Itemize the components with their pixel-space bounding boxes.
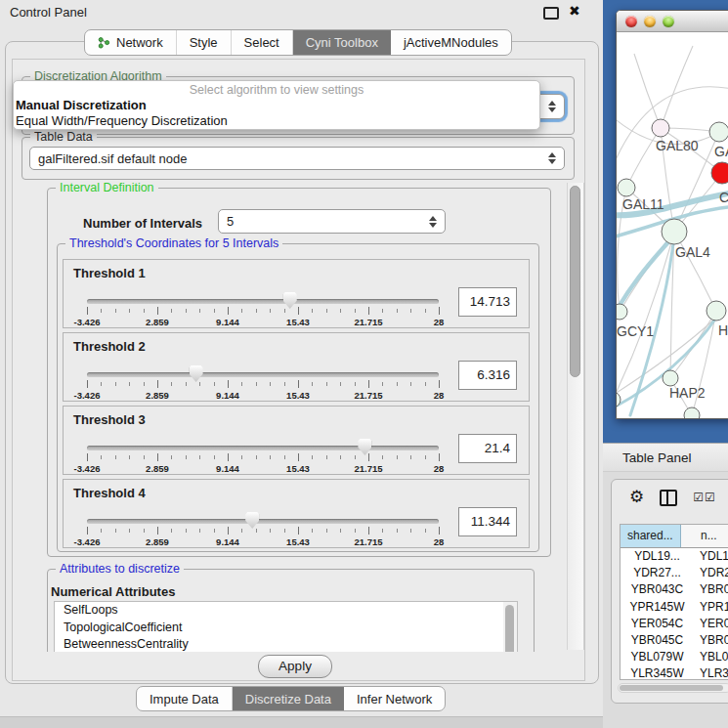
table-row[interactable]: YLR345WYLR3 (621, 665, 728, 680)
settings-scrollbar[interactable] (567, 183, 584, 650)
number-of-intervals-combobox[interactable]: 5 (218, 209, 446, 234)
table-row[interactable]: YDR27...YDR2 (621, 565, 728, 581)
float-window-icon[interactable] (543, 7, 559, 20)
tick-mark (397, 529, 398, 533)
table-data-combobox[interactable]: galFiltered.sif default node (29, 147, 565, 170)
tab-infer-network[interactable]: Infer Network (344, 687, 445, 710)
threshold-4-slider[interactable]: -3.4262.8599.14415.4321.71528 (87, 512, 439, 549)
table-horizontal-scrollbar[interactable] (618, 683, 728, 693)
tick-mark (284, 455, 285, 459)
network-node-gal4[interactable] (662, 219, 687, 244)
tab-jactivemnodules[interactable]: jActiveMNodules (391, 30, 511, 55)
slider-tick-labels: -3.4262.8599.14415.4321.71528 (87, 463, 439, 475)
tick-mark (256, 455, 257, 459)
algorithm-placeholder-item[interactable]: Select algorithm to view settings (14, 83, 539, 98)
network-node-hap2[interactable] (663, 370, 678, 386)
table-row[interactable]: YBR043CYBR0 (621, 581, 728, 598)
tick-label: 2.859 (146, 463, 169, 474)
table-row[interactable]: YBR045CYBR0 (621, 632, 728, 649)
algorithm-item-equal-width-frequency-discretization[interactable]: Equal Width/Frequency Discretization (14, 113, 539, 129)
threshold-4-value-field[interactable]: 11.344 (458, 507, 517, 536)
tick-mark (87, 453, 88, 461)
close-panel-icon[interactable]: ✖ (569, 3, 580, 19)
tick-label: 28 (434, 390, 445, 401)
network-node-label: GAL4 (675, 244, 710, 260)
zoom-window-icon[interactable] (663, 16, 674, 27)
tick-mark (101, 529, 102, 533)
close-window-icon[interactable] (625, 16, 637, 27)
table-rows: YDL19...YDL1YDR27...YDR2YBR043CYBR0YPR14… (621, 548, 728, 680)
cell-name: YER0 (694, 616, 728, 632)
tick-mark (199, 382, 200, 386)
table-data-group-title: Table Data (30, 130, 97, 144)
node-table[interactable]: shared... n... YDL19...YDL1YDR27...YDR2Y… (620, 524, 728, 680)
table-row[interactable]: YPR145WYPR1 (621, 599, 728, 616)
tick-mark (340, 529, 341, 533)
attribute-item-betweennesscentrality[interactable]: BetweennessCentrality (55, 636, 517, 654)
tab-style[interactable]: Style (177, 30, 232, 55)
gear-icon[interactable]: ⚙ (629, 488, 644, 507)
tab-label: Network (116, 35, 163, 50)
tab-network[interactable]: Network (85, 30, 177, 55)
column-header-name[interactable]: n... (681, 525, 728, 547)
slider-track[interactable] (87, 299, 439, 304)
network-node-gal11[interactable] (618, 179, 635, 196)
column-header-shared-name[interactable]: shared... (621, 525, 681, 547)
slider-track[interactable] (87, 372, 439, 377)
tick-mark (214, 382, 215, 386)
split-columns-icon[interactable] (660, 490, 677, 506)
threshold-1-slider[interactable]: -3.4262.8599.14415.4321.71528 (87, 292, 439, 329)
threshold-4-box: Threshold 4-3.4262.8599.14415.4321.71528… (63, 479, 530, 548)
network-node-gcy1[interactable] (617, 304, 627, 320)
tab-impute-data[interactable]: Impute Data (137, 687, 233, 710)
tab-cyni-toolbox[interactable]: Cyni Toolbox (293, 30, 391, 55)
tick-mark (214, 529, 215, 533)
thresholds-group-title: Threshold's Coordinates for 5 Intervals (65, 236, 282, 250)
network-node-gal80[interactable] (652, 119, 669, 137)
algorithm-item-manual-discretization[interactable]: Manual Discretization (14, 98, 539, 113)
threshold-2-slider[interactable]: -3.4262.8599.14415.4321.71528 (87, 365, 439, 403)
tab-discretize-data[interactable]: Discretize Data (233, 687, 344, 710)
tick-mark (340, 382, 341, 386)
attribute-item-selfloops[interactable]: SelfLoops (55, 602, 517, 620)
tick-mark (101, 455, 102, 459)
tick-mark (87, 380, 88, 388)
minimize-window-icon[interactable] (644, 16, 656, 27)
table-row[interactable]: YBL079WYBL0 (621, 649, 728, 665)
cell-shared-name: YBR045C (621, 632, 694, 649)
network-node-h[interactable] (707, 301, 726, 321)
numerical-attributes-list[interactable]: SelfLoopsTopologicalCoefficientBetweenne… (54, 601, 518, 660)
network-canvas[interactable]: GAL80GACGAL11GAL4GCY1HHAP2 (617, 32, 728, 418)
threshold-1-value-field[interactable]: 14.713 (458, 287, 517, 317)
attribute-item-topologicalcoefficient[interactable]: TopologicalCoefficient (55, 620, 517, 637)
network-node-c[interactable] (711, 162, 728, 184)
tick-mark (312, 455, 313, 459)
tick-mark (284, 529, 285, 533)
attributes-scrollbar[interactable] (503, 602, 517, 659)
apply-button[interactable]: Apply (258, 655, 332, 678)
slider-track[interactable] (87, 446, 439, 450)
combo-arrows-icon (546, 148, 558, 169)
select-columns-icon[interactable]: ☑☑ (693, 491, 716, 504)
tick-mark (87, 527, 88, 535)
threshold-3-slider[interactable]: -3.4262.8599.14415.4321.71528 (87, 439, 439, 476)
network-node[interactable] (684, 407, 700, 418)
table-row[interactable]: YDL19...YDL1 (621, 548, 728, 565)
tick-mark (270, 382, 271, 386)
network-view-window[interactable]: GAL80GACGAL11GAL4GCY1HHAP2 (616, 10, 728, 419)
tick-mark (87, 307, 88, 315)
network-window-titlebar[interactable] (617, 11, 728, 32)
app-root: Control Panel ✖ NetworkStyleSelectCyni T… (0, 0, 728, 728)
threshold-2-value-field[interactable]: 6.316 (458, 361, 517, 390)
settings-scrollbar-thumb[interactable] (570, 186, 580, 377)
cell-name: YPR1 (694, 599, 728, 616)
tick-label: 9.144 (216, 536, 239, 547)
tab-select[interactable]: Select (232, 30, 293, 55)
table-row[interactable]: YER054CYER0 (621, 616, 728, 632)
tick-mark (144, 455, 145, 459)
tick-label: 2.859 (146, 317, 169, 327)
tick-mark (144, 529, 145, 533)
slider-track[interactable] (87, 519, 439, 524)
threshold-3-value-field[interactable]: 21.4 (458, 434, 517, 463)
network-node-ga[interactable] (709, 122, 728, 142)
